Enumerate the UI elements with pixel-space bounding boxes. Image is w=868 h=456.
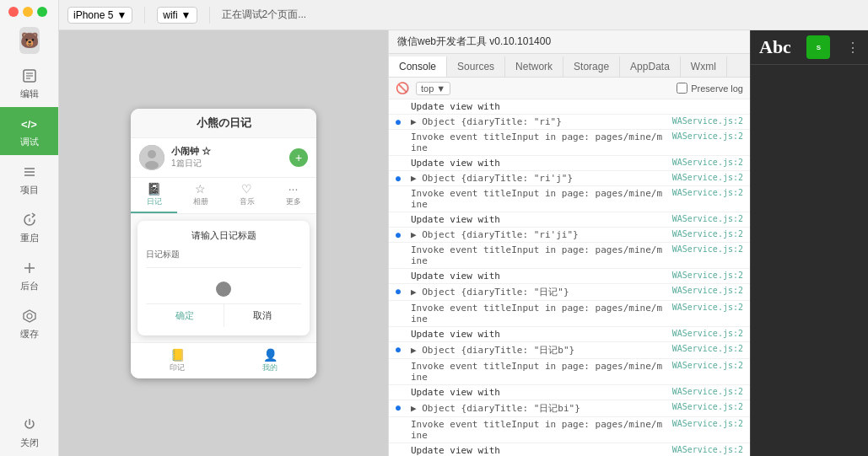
console-row-text: Update view with (411, 101, 736, 112)
devtools-tabs: Console Sources Network Storage AppData … (389, 54, 750, 78)
diary-avatar (139, 145, 164, 170)
console-row: Update view withWAService.js:2 (389, 385, 750, 400)
console-row-source[interactable]: WAService.js:2 (672, 286, 743, 295)
console-row-source[interactable]: WAService.js:2 (672, 173, 743, 182)
console-row-source[interactable]: WAService.js:2 (672, 303, 743, 312)
console-row-text: Invoke event titleInput in page: pages/m… (411, 419, 666, 441)
network-selector[interactable]: wifi ▼ (157, 7, 197, 24)
diary-nav-album[interactable]: ☆ 相册 (177, 178, 224, 213)
diary-cancel-button[interactable]: 取消 (224, 304, 302, 327)
close-traffic-light[interactable] (8, 7, 19, 17)
sidebar-item-edit[interactable]: 编辑 (0, 59, 58, 107)
console-row-source[interactable]: WAService.js:2 (672, 188, 743, 197)
svg-marker-10 (24, 310, 35, 322)
console-row-source[interactable]: WAService.js:2 (672, 445, 743, 454)
tab-wxml[interactable]: Wxml (681, 56, 727, 77)
console-row-source[interactable]: WAService.js:2 (672, 229, 743, 239)
phone-nav-mine[interactable]: 👤 我的 (224, 343, 316, 378)
wxml-logo: S (806, 35, 830, 59)
phone-nav-mine-label: 我的 (262, 362, 278, 373)
device-label: iPhone 5 (73, 9, 113, 21)
sidebar-item-close[interactable]: 关闭 (0, 408, 58, 456)
console-row-text: Update view with (411, 158, 666, 169)
console-row-text: Update view with (411, 445, 666, 456)
sidebar-item-debug[interactable]: </> 调试 (0, 107, 58, 155)
console-row-source[interactable]: WAService.js:2 (672, 116, 743, 126)
phone-app-content: 小闹钟 ☆ 1篇日记 + 📓 日记 ☆ 相册 (131, 138, 316, 342)
console-row-text: Update view with (411, 271, 666, 282)
console-row-source[interactable]: WAService.js:2 (672, 214, 743, 223)
phone-nav-diary[interactable]: 📒 印记 (131, 343, 224, 378)
console-row-source[interactable]: WAService.js:2 (672, 244, 743, 254)
console-row: Invoke event titleInput in page: pages/m… (389, 359, 750, 385)
sidebar: 🐻 编辑 </> 调试 项目 重启 后台 缓存 (0, 0, 59, 456)
tab-sources[interactable]: Sources (447, 56, 505, 77)
diary-nav-diary[interactable]: 📓 日记 (131, 178, 177, 213)
tab-console[interactable]: Console (389, 56, 447, 77)
diary-input-row: 日记标题 (146, 249, 301, 268)
clear-console-icon[interactable]: 🚫 (396, 82, 409, 94)
sidebar-item-project[interactable]: 项目 (0, 155, 58, 203)
console-output: Update view with●▶ Object {diaryTitle: "… (389, 99, 750, 456)
console-row-source[interactable]: WAService.js:2 (672, 131, 743, 141)
diary-input-modal: 请输入日记标题 日记标题 确定 取消 (137, 221, 310, 335)
sidebar-label-edit: 编辑 (20, 88, 39, 100)
phone-app-title: 小熊の日记 (197, 115, 251, 131)
maximize-traffic-light[interactable] (37, 7, 47, 17)
tab-appdata[interactable]: AppData (620, 56, 681, 77)
edit-icon (19, 66, 40, 86)
devtools-title: 微信web开发者工具 v0.10.101400 (397, 35, 551, 49)
console-row-icon: ● (396, 403, 407, 412)
console-row-source[interactable]: WAService.js:2 (672, 419, 743, 428)
console-row-source[interactable]: WAService.js:2 (672, 361, 743, 370)
console-row-text: Invoke event titleInput in page: pages/m… (411, 303, 666, 325)
console-row-source[interactable]: WAService.js:2 (672, 271, 743, 280)
sidebar-item-restart[interactable]: 重启 (0, 203, 58, 251)
context-selector[interactable]: top ▼ (416, 82, 450, 95)
diary-nav-music[interactable]: ♡ 音乐 (224, 178, 270, 213)
console-row-source[interactable]: WAService.js:2 (672, 402, 743, 411)
device-chevron-icon: ▼ (116, 9, 127, 21)
console-row-text: Invoke event titleInput in page: pages/m… (411, 188, 666, 210)
console-row-source[interactable]: WAService.js:2 (672, 344, 743, 353)
diary-nav: 📓 日记 ☆ 相册 ♡ 音乐 ··· 更多 (131, 178, 316, 214)
more-options-icon[interactable]: ⋮ (846, 40, 860, 56)
device-selector[interactable]: iPhone 5 ▼ (67, 7, 132, 24)
diary-add-button[interactable]: + (289, 148, 308, 167)
sidebar-label-backend: 后台 (20, 280, 39, 292)
filter-chevron-icon: ▼ (436, 83, 445, 94)
console-row-source[interactable]: WAService.js:2 (672, 158, 743, 167)
diary-cursor-dot (216, 282, 231, 297)
console-row: Invoke event titleInput in page: pages/m… (389, 301, 750, 327)
diary-nav-more[interactable]: ··· 更多 (270, 178, 316, 213)
console-row-text: ▶ Object {diaryTitle: "ri"} (411, 116, 666, 127)
console-row-source[interactable]: WAService.js:2 (672, 329, 743, 338)
minimize-traffic-light[interactable] (23, 7, 33, 17)
diary-nav-music-label: 音乐 (240, 196, 255, 207)
diary-modal-buttons: 确定 取消 (146, 303, 301, 327)
preserve-log-checkbox[interactable] (677, 83, 687, 94)
phone-nav-mine-icon: 👤 (263, 348, 278, 362)
console-row: Update view withWAService.js:2 (389, 327, 750, 342)
diary-user-info: 小闹钟 ☆ 1篇日记 (171, 145, 283, 169)
network-chevron-icon: ▼ (181, 9, 191, 21)
sidebar-item-avatar[interactable]: 🐻 (0, 24, 58, 59)
console-row-source[interactable]: WAService.js:2 (672, 387, 743, 396)
console-row-text: Update view with (411, 214, 666, 225)
devtools-panel: 微信web开发者工具 v0.10.101400 Console Sources … (388, 30, 750, 456)
tab-storage[interactable]: Storage (563, 56, 620, 77)
diary-nav-album-label: 相册 (193, 196, 208, 207)
device-group: iPhone 5 ▼ (67, 7, 132, 24)
tab-network[interactable]: Network (505, 56, 563, 77)
content-area: 小熊の日记 小闹钟 ☆ 1篇日记 + (59, 30, 868, 456)
console-row: Invoke event titleInput in page: pages/m… (389, 243, 750, 269)
console-row-icon: ● (396, 174, 407, 183)
main-area: iPhone 5 ▼ wifi ▼ 正在调试2个页面... 小熊の日记 (59, 0, 868, 456)
sidebar-item-cache[interactable]: 缓存 (0, 299, 58, 347)
traffic-lights (0, 0, 58, 24)
sidebar-label-project: 项目 (20, 184, 39, 196)
preserve-log-checkbox-group: Preserve log (677, 83, 743, 94)
diary-confirm-button[interactable]: 确定 (146, 304, 224, 327)
sidebar-item-backend[interactable]: 后台 (0, 251, 58, 299)
svg-point-14 (148, 150, 156, 158)
